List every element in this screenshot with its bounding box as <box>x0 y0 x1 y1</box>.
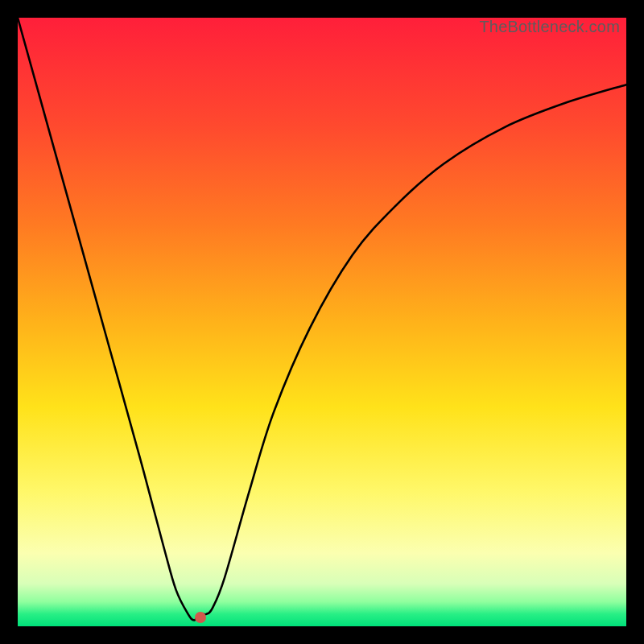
chart-frame: TheBottleneck.com <box>0 0 644 644</box>
bottleneck-curve <box>18 18 626 626</box>
optimal-marker <box>195 612 206 623</box>
plot-area: TheBottleneck.com <box>18 18 626 626</box>
